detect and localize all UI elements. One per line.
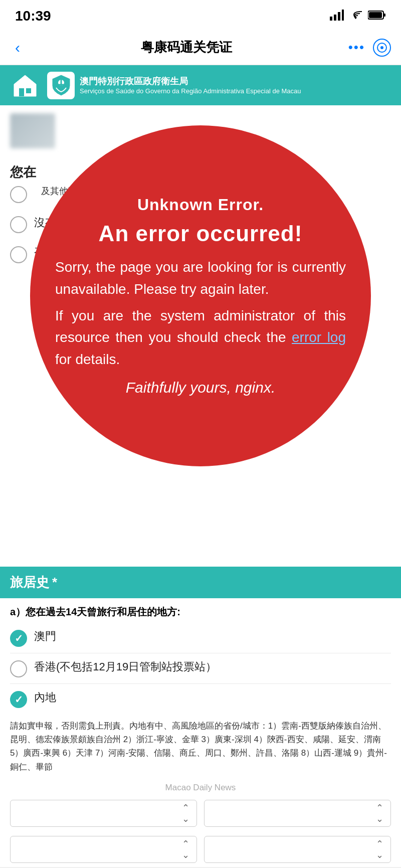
hk-checkbox[interactable] [10,660,27,677]
error-overlay: Unknown Error. An error occurred! Sorry,… [30,125,371,466]
mainland-label: 內地 [34,690,56,706]
dropdown-1-right[interactable]: ⌃⌄ [204,800,391,827]
shield-icon [47,72,75,99]
error-log-link[interactable]: error log [292,329,346,345]
dropdown-row-2: ⌃⌄ ⌃⌄ [0,831,401,867]
upper-form: 您在 及其他呼吸道症 沒有以上症狀 否 Unknown Error. An er… [0,105,401,557]
warning-text: 請如實申報，否則需負上刑責。內地有中、高風險地區的省份/城市：1）雲南-西雙版納… [0,714,401,779]
dropdown-arrow-4: ⌃⌄ [376,838,383,860]
photo-placeholder [10,113,55,148]
svg-rect-1 [334,15,336,21]
svg-rect-0 [330,17,332,21]
travel-history-section: 旅居史 * a）您在過去14天曾旅行和居住的地方: 澳門 香港(不包括12月19… [0,567,401,867]
error-footer: Faithfully yours, nginx. [126,379,275,396]
macao-label: 澳門 [34,629,56,644]
back-button[interactable]: ‹ [10,34,25,61]
mainland-checkbox[interactable] [10,691,27,708]
checkbox-no[interactable] [10,246,27,263]
checkbox-no-above[interactable] [10,216,27,233]
svg-rect-10 [26,88,31,93]
scan-button[interactable] [373,39,391,57]
dropdown-arrow-1: ⌃⌄ [182,802,189,824]
svg-rect-2 [338,12,340,21]
svg-rect-3 [342,10,344,21]
watermark: Macao Daily News [0,779,401,795]
svg-rect-9 [19,88,24,96]
dropdown-arrow-2: ⌃⌄ [376,802,383,824]
dropdown-row-1: ⌃⌄ ⌃⌄ [0,795,401,831]
signal-icon [330,10,344,23]
macao-checkbox-row[interactable]: 澳門 [0,623,401,653]
hk-label: 香港(不包括12月19日管制站投票站） [34,659,217,675]
travel-history-title: 旅居史 [10,574,49,591]
more-options-button[interactable]: ••• [348,40,365,55]
dropdown-arrow-3: ⌃⌄ [182,838,189,860]
error-title: Unknown Error. [137,196,264,214]
error-body-2: If you are the system administrator of t… [55,305,346,370]
question-a: a）您在過去14天曾旅行和居住的地方: [0,598,401,623]
dropdown-1-left[interactable]: ⌃⌄ [10,800,197,827]
dropdown-2-left[interactable]: ⌃⌄ [10,836,197,863]
main-content: 您在 及其他呼吸道症 沒有以上症狀 否 Unknown Error. An er… [0,105,401,868]
svg-point-8 [380,46,383,49]
status-icons [330,10,386,23]
wifi-icon [349,10,363,23]
org-name-zh: 澳門特別行政區政府衛生局 [80,75,301,87]
home-icon[interactable] [10,72,40,99]
macao-checkbox[interactable] [10,630,27,647]
svg-rect-6 [369,12,382,18]
travel-history-header: 旅居史 * [0,567,401,598]
error-body-1: Sorry, the page you are looking for is c… [55,256,346,300]
nav-bar: ‹ 粤康码通关凭证 ••• [0,30,401,65]
org-name-pt: Serviços de Saúde do Governo da Região A… [80,87,301,96]
dropdown-2-right[interactable]: ⌃⌄ [204,836,391,863]
nav-right-actions: ••• [348,39,391,57]
org-text-area: 澳門特別行政區政府衛生局 Serviços de Saúde do Govern… [80,75,301,96]
header-banner: 澳門特別行政區政府衛生局 Serviços de Saúde do Govern… [0,65,401,105]
hk-checkbox-row[interactable]: 香港(不包括12月19日管制站投票站） [0,653,401,683]
svg-rect-5 [383,14,385,17]
mainland-checkbox-row[interactable]: 內地 [0,684,401,714]
status-time: 10:39 [15,8,51,24]
status-bar: 10:39 [0,0,401,30]
org-logo-area: 澳門特別行政區政府衛生局 Serviços de Saúde do Govern… [47,72,301,99]
error-main: An error occurred! [99,221,303,247]
travel-history-asterisk: * [52,575,57,590]
nav-title: 粤康码通关凭证 [141,39,232,56]
checkbox-1[interactable] [10,186,27,203]
battery-icon [368,10,386,22]
